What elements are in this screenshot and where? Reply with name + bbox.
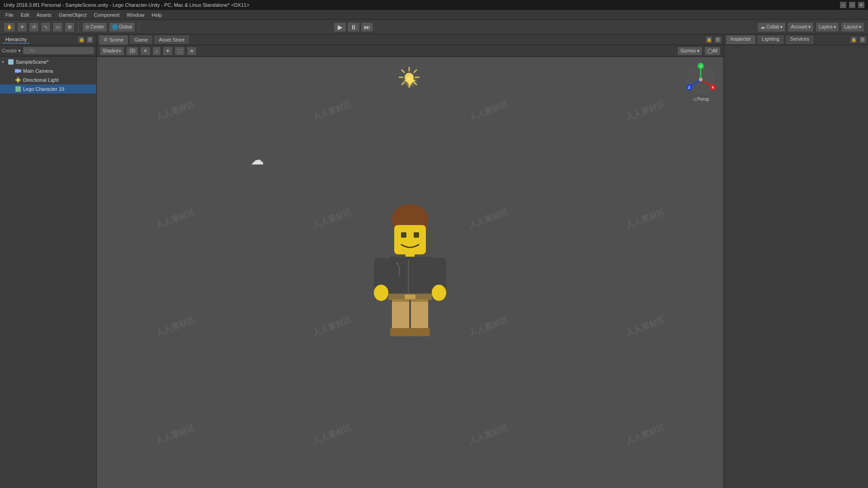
hand-tool-button[interactable]: ✋	[4, 22, 15, 32]
svg-rect-8	[15, 86, 21, 92]
tree-item-samplescene[interactable]: SampleScene*	[0, 57, 96, 66]
menu-help[interactable]: Help	[148, 11, 165, 19]
main-layout: Hierarchy 🔒 ☰ Create ▾ SampleScene* Main…	[0, 34, 868, 488]
skybox-toggle[interactable]: ⬚	[175, 47, 185, 56]
menu-component[interactable]: Component	[90, 11, 123, 19]
shading-label: Shaded	[103, 48, 118, 53]
hierarchy-menu-button[interactable]: ☰	[86, 36, 94, 43]
sun-icon: ✦	[402, 70, 418, 91]
hierarchy-tab[interactable]: Hierarchy	[3, 36, 29, 43]
tree-label-main-camera: Main Camera	[23, 68, 53, 74]
layers-button[interactable]: Layers ▾	[816, 22, 839, 32]
cloud-icon: ☁	[250, 152, 264, 168]
fog-toggle[interactable]: ≋	[187, 47, 197, 56]
lego-character-figure	[360, 192, 460, 338]
svg-rect-36	[390, 328, 411, 336]
tab-asset-store[interactable]: Asset Store	[154, 35, 189, 45]
lighting-toggle[interactable]: ☀	[140, 47, 151, 56]
filter-button[interactable]: ◯All	[704, 47, 721, 56]
svg-point-48	[699, 78, 703, 81]
create-button[interactable]: Create ▾	[2, 48, 21, 54]
window-controls: ─ □ ✕	[840, 2, 864, 8]
svg-rect-33	[411, 300, 428, 332]
svg-point-9	[405, 73, 414, 82]
2d-button[interactable]: 2D	[126, 47, 138, 56]
tree-item-directional-light[interactable]: Directional Light	[0, 75, 96, 84]
camera-icon	[14, 67, 22, 75]
pause-button[interactable]: ⏸	[347, 22, 360, 32]
center-panel: ⊙ Scene Game Asset Store 🔒 ☰ Shaded 2D	[97, 34, 723, 488]
pivot-button[interactable]: ⊙ Center	[82, 22, 107, 32]
svg-point-3	[16, 78, 20, 82]
hierarchy-search-input[interactable]	[23, 47, 94, 55]
hierarchy-header: Hierarchy 🔒 ☰	[0, 34, 96, 45]
maximize-button[interactable]: □	[849, 2, 855, 8]
svg-line-17	[401, 82, 405, 85]
pivot-icon: ⊙	[85, 24, 89, 29]
account-button[interactable]: Account ▾	[788, 22, 814, 32]
transform-tool-button[interactable]: ⊞	[65, 22, 75, 32]
move-tool-button[interactable]: ✛	[17, 22, 27, 32]
scene-tb-separator	[199, 47, 200, 55]
globe-icon: 🌐	[112, 24, 118, 29]
gizmos-label: Gizmos ▾	[680, 48, 699, 53]
scene-tab-menu-button[interactable]: ☰	[714, 36, 722, 43]
fx-toggle[interactable]: ✦	[163, 47, 173, 56]
audio-toggle[interactable]: ♪	[152, 47, 161, 56]
viewport: 人人素材区 人人素材区 人人素材区 人人素材区 人人素材区 人人素材区 人人素材…	[97, 57, 723, 488]
tree-item-lego-character-19[interactable]: Lego Character 19	[0, 84, 96, 94]
svg-text:Z: Z	[688, 85, 690, 89]
svg-marker-2	[19, 69, 21, 73]
menu-file[interactable]: File	[2, 11, 17, 19]
svg-rect-37	[409, 328, 430, 336]
tab-lighting[interactable]: Lighting	[757, 35, 784, 45]
tree-label-samplescene: SampleScene*	[16, 59, 49, 65]
minimize-button[interactable]: ─	[840, 2, 846, 8]
inspector-lock-button[interactable]: 🔒	[850, 36, 857, 43]
rotate-tool-button[interactable]: ↺	[29, 22, 39, 32]
menu-window[interactable]: Window	[123, 11, 148, 19]
tab-game[interactable]: Game	[129, 35, 153, 45]
tab-scene[interactable]: ⊙ Scene	[99, 35, 128, 45]
scene-toolbar: Shaded 2D ☀ ♪ ✦ ⬚ ≋ Gizmos ▾ ◯All	[97, 45, 723, 57]
svg-rect-27	[405, 295, 415, 299]
svg-rect-20	[394, 225, 426, 254]
space-button[interactable]: 🌐 Global	[109, 22, 135, 32]
hierarchy-lock-button[interactable]: 🔒	[78, 36, 85, 43]
rect-tool-button[interactable]: ▭	[52, 22, 63, 32]
right-tab-extra: 🔒 ☰	[850, 36, 866, 43]
svg-rect-35	[411, 299, 428, 302]
game-tab-label: Game	[134, 37, 148, 42]
tree-label-directional-light: Directional Light	[23, 77, 59, 83]
step-button[interactable]: ⏭	[361, 22, 373, 32]
svg-text:X: X	[712, 85, 714, 89]
tree-label-lego-character-19: Lego Character 19	[23, 86, 64, 92]
filter-label: ◯All	[708, 48, 717, 53]
toolbar-right: ☁ Collab ▾ Account ▾ Layers ▾ Layout ▾	[757, 22, 864, 32]
menu-edit[interactable]: Edit	[17, 11, 33, 19]
tree-arrow-samplescene	[2, 60, 7, 64]
scene-tab-lock-button[interactable]: 🔒	[705, 36, 712, 43]
asset-store-tab-label: Asset Store	[159, 37, 184, 42]
space-label: Global	[119, 24, 132, 29]
tab-services[interactable]: Services	[785, 35, 814, 45]
shading-dropdown[interactable]: Shaded	[99, 47, 124, 56]
account-label: Account ▾	[791, 24, 811, 29]
layers-label: Layers ▾	[819, 24, 836, 29]
layout-button[interactable]: Layout ▾	[841, 22, 864, 32]
toolbar-separator-2	[139, 22, 139, 32]
2d-label: 2D	[129, 48, 135, 53]
inspector-menu-button[interactable]: ☰	[859, 36, 866, 43]
tab-inspector[interactable]: Inspector	[726, 35, 756, 45]
gizmos-button[interactable]: Gizmos ▾	[677, 47, 703, 56]
hierarchy-panel-controls: 🔒 ☰	[78, 36, 94, 43]
menu-bar: File Edit Assets GameObject Component Wi…	[0, 10, 868, 20]
tree-item-main-camera[interactable]: Main Camera	[0, 66, 96, 75]
play-button[interactable]: ▶	[334, 22, 346, 32]
close-button[interactable]: ✕	[858, 2, 864, 8]
collab-button[interactable]: ☁ Collab ▾	[757, 22, 786, 32]
menu-gameobject[interactable]: GameObject	[55, 11, 90, 19]
menu-assets[interactable]: Assets	[33, 11, 55, 19]
pivot-label: Center	[90, 24, 104, 29]
scale-tool-button[interactable]: ⤡	[41, 22, 51, 32]
